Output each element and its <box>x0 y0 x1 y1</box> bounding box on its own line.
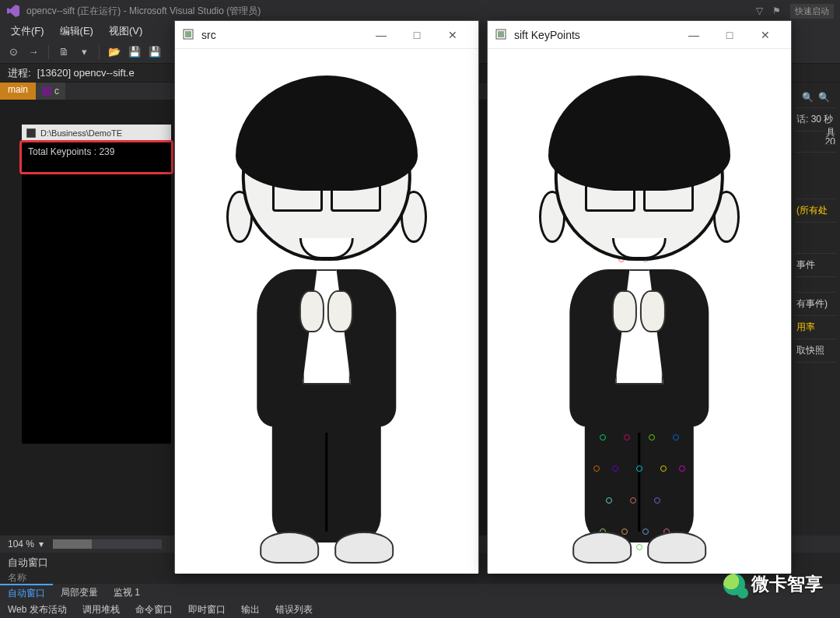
src-maximize-button[interactable]: □ <box>399 23 435 47</box>
diag-usage[interactable]: 用率 <box>795 316 837 339</box>
console-window: D:\Business\DemoTE Total Keypoints : 239 <box>22 125 171 444</box>
src-title: src <box>201 29 216 41</box>
nav-fwd-icon[interactable]: → <box>25 44 42 61</box>
tab-error-list[interactable]: 错误列表 <box>268 602 320 618</box>
cartoon-figure-kp <box>488 49 791 574</box>
console-titlebar[interactable]: D:\Business\DemoTE <box>22 125 171 142</box>
zoom-dropdown-icon[interactable]: ▾ <box>39 539 44 550</box>
console-icon <box>26 128 36 138</box>
titlebar-text: opencv--sift (正在运行) - Microsoft Visual S… <box>26 5 261 18</box>
src-image-window[interactable]: src — □ ✕ <box>174 20 479 573</box>
window-icon <box>183 29 195 41</box>
keypoint-marker <box>649 434 655 441</box>
keypoint-marker <box>624 434 630 441</box>
keypoints-title: sift KeyPoints <box>514 29 580 41</box>
kp-maximize-button[interactable]: □ <box>712 23 747 47</box>
console-output: Total Keypoints : 239 <box>22 142 171 162</box>
diagnostic-panel: 🔍 🔍 话: 30 秒 20 (所有处 事件 有事件) 用率 取快照 具 <box>792 83 840 571</box>
svg-rect-1 <box>26 128 36 138</box>
menu-view[interactable]: 视图(V) <box>101 23 150 40</box>
vs-logo-icon <box>6 4 20 18</box>
ide-titlebar: opencv--sift (正在运行) - Microsoft Visual S… <box>0 0 840 22</box>
nav-back-icon[interactable]: ⊙ <box>5 44 22 61</box>
watermark-text: 微卡智享 <box>751 572 823 596</box>
keypoint-marker <box>636 465 642 472</box>
tab-main-cpp[interactable]: main <box>0 83 36 100</box>
keypoint-marker <box>630 497 636 504</box>
horizontal-scrollbar[interactable] <box>53 539 162 549</box>
save-icon[interactable]: 💾 <box>126 44 143 61</box>
zoom-in-icon[interactable]: 🔍 <box>802 92 814 103</box>
keypoint-marker <box>593 465 600 472</box>
keypoint-marker <box>679 465 685 472</box>
src-titlebar[interactable]: src — □ ✕ <box>175 21 478 49</box>
svg-rect-3 <box>185 31 191 37</box>
diag-events[interactable]: 事件 <box>795 254 837 277</box>
output-tabstrip: Web 发布活动 调用堆栈 命令窗口 即时窗口 输出 错误列表 <box>0 601 840 618</box>
keypoint-marker <box>606 497 612 504</box>
diag-tools: 具 <box>824 121 837 145</box>
tab-cmd-window[interactable]: 命令窗口 <box>128 602 180 618</box>
keypoints-titlebar[interactable]: sift KeyPoints — □ ✕ <box>488 21 791 49</box>
kp-minimize-button[interactable]: — <box>676 23 712 47</box>
tab-autos[interactable]: 自动窗口 <box>0 584 53 602</box>
cartoon-figure <box>175 49 478 574</box>
bottom-tabstrip: 自动窗口 局部变量 监视 1 <box>0 584 840 601</box>
console-title-text: D:\Business\DemoTE <box>40 128 122 138</box>
console-output-text: Total Keypoints : 239 <box>28 146 114 157</box>
keypoints-image-window[interactable]: sift KeyPoints — □ ✕ <box>487 20 792 573</box>
filter-icon[interactable]: ▽ <box>756 5 763 16</box>
diag-snapshot[interactable]: 取快照 <box>795 339 837 363</box>
scrollbar-thumb[interactable] <box>53 539 92 549</box>
diag-has-events: 有事件) <box>795 293 837 316</box>
src-canvas <box>175 49 478 574</box>
zoom-value[interactable]: 104 % <box>8 539 34 550</box>
tab-web-publish[interactable]: Web 发布活动 <box>0 602 75 618</box>
save-all-icon[interactable]: 💾 <box>146 44 163 61</box>
tab-output[interactable]: 输出 <box>233 602 268 618</box>
keypoints-canvas <box>488 49 791 574</box>
svg-rect-5 <box>498 31 504 37</box>
tab-watch1[interactable]: 监视 1 <box>106 585 148 601</box>
window-icon <box>495 29 508 41</box>
keypoint-marker <box>654 497 660 504</box>
tab-immediate[interactable]: 即时窗口 <box>180 602 233 618</box>
watermark: 微卡智享 <box>723 572 823 596</box>
diag-icons[interactable]: 🔍 🔍 <box>795 87 837 108</box>
titlebar-right: ▽ ⚑ 快速启动 <box>756 4 834 19</box>
open-folder-icon[interactable]: 📂 <box>106 44 123 61</box>
keypoint-marker <box>600 434 606 441</box>
svg-rect-0 <box>42 86 51 96</box>
src-minimize-button[interactable]: — <box>363 23 399 47</box>
menu-edit[interactable]: 编辑(E) <box>52 23 101 40</box>
menu-file[interactable]: 文件(F) <box>3 23 52 40</box>
tab-locals[interactable]: 局部变量 <box>53 585 106 601</box>
dropdown-icon[interactable]: ▾ <box>75 44 93 61</box>
quick-launch[interactable]: 快速启动 <box>790 4 834 19</box>
wechat-icon <box>723 574 745 595</box>
keypoint-marker <box>612 465 618 472</box>
process-value[interactable]: [13620] opencv--sift.e <box>37 67 135 79</box>
zoom-reset-icon[interactable]: 🔍 <box>818 92 830 103</box>
kp-close-button[interactable]: ✕ <box>747 23 783 47</box>
tab-callstack[interactable]: 调用堆栈 <box>75 602 128 618</box>
diag-all[interactable]: (所有处 <box>795 199 837 223</box>
keypoint-marker <box>673 434 679 441</box>
keypoint-marker <box>660 465 667 472</box>
src-close-button[interactable]: ✕ <box>435 23 471 47</box>
new-file-icon[interactable]: 🗎 <box>55 44 72 61</box>
tab-secondary[interactable]: c <box>36 83 65 100</box>
flag-icon[interactable]: ⚑ <box>772 5 781 16</box>
process-label: 进程: <box>8 66 31 80</box>
